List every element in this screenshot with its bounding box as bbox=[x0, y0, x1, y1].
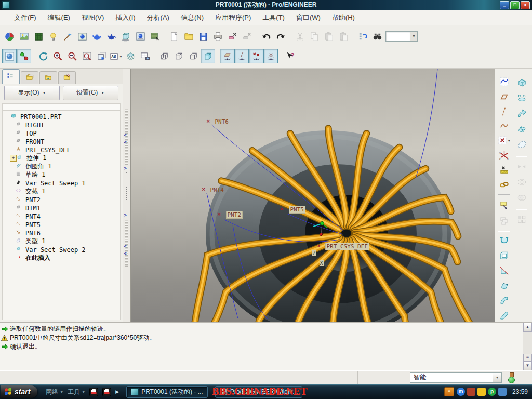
rib-tool[interactable] bbox=[497, 264, 511, 277]
taskbar-toolbar-label[interactable]: 工具▼ bbox=[68, 388, 85, 396]
shaded-view-icon[interactable] bbox=[2, 49, 17, 63]
datum-point-label[interactable]: PNT5 bbox=[289, 206, 306, 214]
selection-filter-combo[interactable]: 智能 ▼ bbox=[410, 372, 502, 383]
scroll-resize-grip[interactable]: ≡ bbox=[523, 354, 532, 361]
tree-item[interactable]: RIGHT bbox=[3, 121, 120, 129]
taskbar-window-button[interactable]: PRT0001 (活动的) - ... bbox=[126, 386, 207, 398]
tree-item[interactable]: Var Sect Sweep 2 bbox=[3, 246, 120, 254]
datum-plane-tool[interactable] bbox=[497, 90, 511, 103]
expand-icon[interactable]: + bbox=[10, 155, 17, 162]
taskbar-toolbar-label[interactable]: 网络▼ bbox=[46, 388, 63, 396]
tree-item[interactable]: 交截 1 bbox=[3, 188, 120, 196]
round-tool[interactable] bbox=[497, 293, 511, 307]
datum-point-label[interactable]: PNT4 bbox=[210, 187, 224, 193]
hole-tool[interactable] bbox=[497, 234, 511, 248]
datum-plane-display-toggle[interactable] bbox=[220, 49, 234, 63]
render-model-icon[interactable] bbox=[133, 29, 148, 44]
redo-button[interactable] bbox=[273, 29, 288, 44]
shadow-box-icon[interactable] bbox=[118, 29, 133, 44]
render-room-icon[interactable] bbox=[31, 29, 46, 44]
maximize-button[interactable]: □ bbox=[510, 1, 520, 9]
tray-network-icon[interactable] bbox=[498, 388, 507, 396]
layers-button[interactable] bbox=[123, 49, 138, 63]
revolve-tool[interactable] bbox=[514, 91, 529, 105]
regenerate-button[interactable] bbox=[355, 29, 370, 44]
menu-item[interactable]: 编辑(E) bbox=[43, 11, 75, 24]
context-help-button[interactable]: ? bbox=[283, 49, 297, 63]
quick-launch-qq-icon[interactable] bbox=[89, 388, 98, 396]
tree-item[interactable]: PNT4 bbox=[3, 212, 120, 221]
perspective-view-icon[interactable] bbox=[89, 29, 104, 44]
scroll-track[interactable] bbox=[523, 332, 532, 354]
menu-item[interactable]: 文件(F) bbox=[9, 11, 41, 24]
tray-pp-icon[interactable]: p bbox=[488, 388, 496, 396]
wireframe-display-button[interactable] bbox=[157, 49, 171, 63]
perspective-teapot-icon[interactable] bbox=[104, 29, 118, 44]
chevron-down-icon[interactable]: ▼ bbox=[507, 139, 511, 142]
field-point-tool[interactable] bbox=[497, 163, 511, 177]
tray-qq-icon[interactable] bbox=[477, 388, 486, 396]
tray-browser-icon[interactable]: m bbox=[457, 388, 465, 396]
reorient-button[interactable] bbox=[94, 49, 109, 63]
toolbar-grip[interactable] bbox=[499, 71, 509, 73]
message-scrollbar[interactable]: ▲ ≡ ▼ bbox=[523, 323, 532, 370]
blend-tool[interactable] bbox=[514, 122, 529, 137]
annotation-tool[interactable] bbox=[497, 199, 511, 212]
lights-icon[interactable] bbox=[46, 29, 60, 44]
no-hidden-display-button[interactable] bbox=[186, 49, 201, 63]
tree-item[interactable]: 在此插入 bbox=[3, 254, 120, 262]
tree-item[interactable]: PNT2 bbox=[3, 196, 120, 204]
tree-item[interactable]: PNT6 bbox=[3, 229, 120, 237]
save-button[interactable] bbox=[196, 29, 210, 44]
zoom-out-button[interactable] bbox=[65, 49, 79, 63]
sketch-tool[interactable] bbox=[497, 75, 511, 89]
undo-button[interactable] bbox=[259, 29, 273, 44]
3d-viewport[interactable]: ×PNT6×PNT4×PNT2×PNT5×PRT_CSYS_DEFZX bbox=[130, 69, 495, 322]
repaint-button[interactable] bbox=[36, 49, 50, 63]
render-setup-icon[interactable] bbox=[60, 29, 75, 44]
style-tool[interactable] bbox=[514, 138, 529, 152]
menu-item[interactable]: 应用程序(P) bbox=[210, 11, 256, 24]
tray-collapse-icon[interactable]: « bbox=[444, 387, 454, 396]
saved-views-button[interactable]: AB▼ bbox=[109, 49, 123, 63]
appearance-gallery-icon[interactable] bbox=[2, 29, 17, 44]
datum-point-label[interactable]: PNT2 bbox=[226, 211, 243, 219]
favorites-tab[interactable] bbox=[39, 71, 57, 84]
hidden-line-display-button[interactable] bbox=[171, 49, 186, 63]
datum-csys-tool[interactable]: yxz bbox=[497, 149, 511, 162]
chevron-down-icon[interactable]: ▼ bbox=[493, 373, 501, 382]
erase-display-button[interactable] bbox=[225, 29, 240, 44]
sweep-tool[interactable] bbox=[514, 107, 529, 121]
menu-item[interactable]: 信息(N) bbox=[176, 11, 208, 24]
chamfer-tool[interactable] bbox=[497, 308, 511, 322]
print-button[interactable] bbox=[210, 29, 225, 44]
chain-tool[interactable] bbox=[497, 178, 511, 192]
render-scene-icon[interactable] bbox=[17, 29, 31, 44]
menu-item[interactable]: 分析(A) bbox=[142, 11, 174, 24]
menu-item[interactable]: 视图(V) bbox=[77, 11, 109, 24]
menu-item[interactable]: 窗口(W) bbox=[291, 11, 325, 24]
shell-tool[interactable] bbox=[497, 249, 511, 262]
close-button[interactable]: x bbox=[521, 1, 530, 9]
show-dropdown[interactable]: 显示(O)▼ bbox=[4, 86, 60, 100]
minimize-button[interactable]: _ bbox=[500, 1, 509, 9]
scroll-down-icon[interactable]: ▼ bbox=[523, 361, 532, 370]
find-button[interactable] bbox=[370, 29, 384, 44]
menu-item[interactable]: 插入(I) bbox=[111, 11, 140, 24]
tree-item[interactable]: TOP bbox=[3, 129, 120, 138]
panel-splitter[interactable]: < < > > < < bbox=[123, 69, 130, 322]
datum-point-label[interactable]: PNT6 bbox=[215, 118, 229, 125]
datum-point-label[interactable]: PRT_CSYS_DEF bbox=[325, 243, 369, 250]
folder-browser-tab[interactable] bbox=[21, 71, 38, 84]
tree-item[interactable]: 草绘 1 bbox=[3, 171, 120, 179]
datum-axis-display-toggle[interactable] bbox=[234, 49, 249, 63]
new-file-button[interactable] bbox=[167, 29, 181, 44]
shaded-display-button[interactable] bbox=[201, 49, 215, 63]
tree-item[interactable]: DTM1 bbox=[3, 204, 120, 212]
open-file-button[interactable] bbox=[181, 29, 196, 44]
tree-item[interactable]: PNT5 bbox=[3, 221, 120, 229]
tree-item[interactable]: PRT0001.PRT bbox=[3, 113, 120, 121]
texture-select-icon[interactable] bbox=[148, 29, 162, 44]
tree-item[interactable]: +拉伸 1 bbox=[3, 154, 120, 163]
tree-item[interactable]: PRT_CSYS_DEF bbox=[3, 146, 120, 154]
